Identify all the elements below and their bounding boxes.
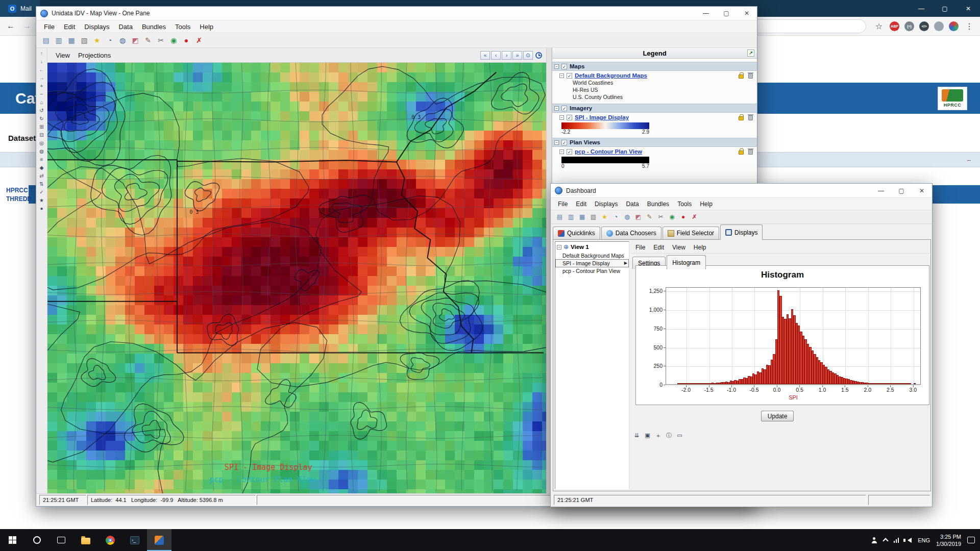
step-back-icon[interactable]: ‹ (491, 51, 501, 60)
dot-icon[interactable]: ● (37, 204, 46, 212)
menu-bundles[interactable]: Bundles (643, 201, 673, 208)
collapse-icon[interactable]: ⊟ (37, 131, 46, 139)
browser-maximize-button[interactable]: ▢ (933, 0, 957, 17)
browser-menu-icon[interactable]: ⋮ (964, 21, 975, 31)
zoom-out-icon[interactable]: − (37, 90, 46, 98)
collapse-all-icon[interactable]: ⇊ (632, 431, 641, 440)
menu-file[interactable]: File (554, 201, 572, 208)
save-bundle-icon[interactable]: ▦ (577, 212, 587, 222)
task-view-button[interactable] (49, 529, 74, 551)
dashboard-maximize-button[interactable]: ▢ (891, 184, 912, 197)
menu-data[interactable]: Data (622, 201, 643, 208)
file-explorer-button[interactable] (74, 529, 98, 551)
home-view-icon[interactable]: ⌂ (37, 98, 46, 106)
idv-maximize-button[interactable]: ▢ (716, 7, 737, 20)
erase-icon[interactable]: ◩ (130, 35, 141, 46)
record-icon[interactable]: ● (678, 212, 688, 222)
adblock-extension-icon[interactable]: ABP (890, 21, 899, 31)
profile-avatar[interactable] (949, 21, 959, 31)
zoom-in-icon[interactable]: + (37, 82, 46, 90)
dashboard-titlebar[interactable]: Dashboard — ▢ ✕ (551, 184, 932, 198)
visibility-checkbox[interactable] (567, 73, 572, 79)
snapshot-icon[interactable]: ◎ (37, 139, 46, 147)
favorite-view-icon[interactable]: ★ (37, 196, 46, 204)
visibility-checkbox[interactable] (567, 149, 572, 155)
tab-data-choosers[interactable]: Data Choosers (601, 227, 662, 239)
search-button[interactable] (24, 529, 49, 551)
legend-item-link[interactable]: SPI - Image Display (575, 114, 629, 120)
collapse-icon[interactable] (559, 149, 564, 154)
visibility-checkbox[interactable] (567, 115, 572, 120)
legend-colorbar[interactable] (561, 122, 649, 129)
collapse-icon[interactable] (559, 73, 564, 78)
menu-tools[interactable]: Tools (673, 201, 696, 208)
forward-icon[interactable]: → (21, 21, 33, 31)
idv-titlebar[interactable]: Unidata IDV - Map View - One Pane — ▢ ✕ (36, 7, 757, 20)
pan-hand-icon[interactable]: + (654, 431, 663, 440)
capture-icon[interactable]: ◍ (622, 212, 632, 222)
show-dashboard-icon[interactable]: ▤ (40, 35, 52, 46)
update-button[interactable]: Update (761, 411, 794, 421)
history-icon[interactable]: ◔ (104, 35, 115, 46)
menu-displays[interactable]: Displays (591, 201, 622, 208)
language-indicator[interactable]: ENG (918, 537, 930, 543)
menu-file[interactable]: File (631, 244, 649, 251)
animation-clock-icon[interactable] (535, 52, 542, 59)
collapse-icon[interactable] (554, 106, 559, 111)
menu-help[interactable]: Help (195, 23, 218, 31)
delete-display-icon[interactable]: ▭ (675, 431, 684, 440)
pan-right-icon[interactable]: → (37, 73, 46, 82)
print-icon[interactable]: ▧ (589, 212, 598, 222)
globe-icon[interactable]: ◉ (168, 35, 179, 46)
hprcc-thredds-link[interactable]: HPRCC T THREDD (6, 186, 33, 204)
menu-displays[interactable]: Displays (80, 23, 114, 31)
cut-icon[interactable]: ✂ (656, 212, 666, 222)
tab-field-selector[interactable]: Field Selector (663, 227, 719, 239)
menu-edit[interactable]: Edit (572, 201, 591, 208)
favorites-icon[interactable]: ★ (600, 212, 609, 222)
tab-displays[interactable]: Displays (720, 224, 763, 240)
pan-down-icon[interactable]: ↓ (37, 57, 46, 65)
play-icon[interactable]: › (502, 51, 511, 60)
settings-icon[interactable]: ≡ (37, 155, 46, 163)
network-icon[interactable] (894, 538, 899, 543)
draw-icon[interactable]: ✎ (142, 35, 154, 46)
menu-help[interactable]: Help (690, 244, 710, 251)
delete-icon[interactable] (748, 115, 753, 120)
capture-icon[interactable]: ◍ (117, 35, 128, 46)
legend-colorbar[interactable] (561, 157, 649, 163)
browser-tab[interactable]: O Mail (0, 0, 40, 17)
open-bundle-icon[interactable]: ▥ (53, 35, 64, 46)
select-region-icon[interactable]: ▣ (643, 431, 652, 440)
menu-file[interactable]: File (39, 23, 59, 31)
go-to-start-icon[interactable]: « (480, 51, 490, 60)
start-button[interactable] (0, 529, 24, 551)
menu-bundles[interactable]: Bundles (137, 23, 170, 31)
legend-item-link[interactable]: Default Background Maps (575, 72, 647, 79)
globe-icon[interactable]: ◉ (667, 212, 677, 222)
step-forward-icon[interactable]: » (512, 51, 522, 60)
favorites-icon[interactable]: ★ (91, 35, 103, 46)
visibility-checkbox[interactable] (561, 64, 567, 69)
redo-icon[interactable]: ↻ (37, 114, 46, 122)
view-tree-header[interactable]: ⊕ View 1 (555, 242, 629, 252)
action-center-icon[interactable] (967, 537, 975, 543)
go-to-end-icon[interactable]: ⊙ (523, 51, 533, 60)
menu-view[interactable]: View (668, 244, 690, 251)
delete-icon[interactable] (748, 149, 753, 155)
sort-icon[interactable]: ⇅ (37, 180, 46, 188)
volume-icon[interactable] (905, 538, 912, 543)
tab-histogram[interactable]: Histogram (667, 255, 706, 269)
visibility-checkbox[interactable] (561, 106, 567, 111)
cut-icon[interactable]: ✂ (155, 35, 166, 46)
lock-icon[interactable] (739, 116, 744, 120)
record-icon[interactable]: ● (181, 35, 192, 46)
tree-item-spi-image-display[interactable]: SPI - Image Display▶ (555, 259, 629, 267)
collapse-icon[interactable] (554, 64, 559, 69)
globe-view-icon[interactable]: ◍ (37, 147, 46, 155)
history-icon[interactable]: ◔ (611, 212, 621, 222)
marker-icon[interactable]: ◆ (37, 163, 46, 171)
delete-icon[interactable] (748, 73, 753, 79)
print-icon[interactable]: ▧ (79, 35, 90, 46)
pan-left-icon[interactable]: ← (37, 65, 46, 73)
